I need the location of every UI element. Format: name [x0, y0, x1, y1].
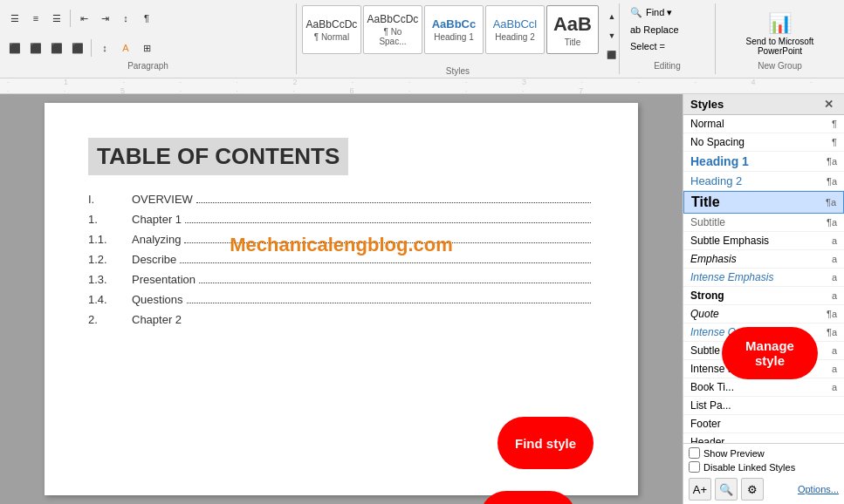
style-icon: a [832, 272, 837, 283]
new-style-arrow [524, 495, 576, 504]
increase-indent-btn[interactable]: ⇥ [95, 9, 114, 28]
style-item-nospacing[interactable]: No Spacing ¶ [683, 133, 844, 152]
document-area[interactable]: TABLE OF CONTENTS Mechanicalengblog.com … [0, 94, 683, 504]
toc-num: I. [88, 193, 132, 206]
styles-label: Styles [302, 66, 614, 78]
style-item-subtitle[interactable]: Subtitle ¶a [683, 214, 844, 232]
find-style-bubble[interactable]: Find style [497, 417, 594, 469]
style-name: Emphasis [690, 253, 828, 265]
normal-preview: AaBbCcDc [306, 18, 358, 31]
style-item-heading1[interactable]: Heading 1 ¶a [683, 152, 844, 172]
toc-item: 2. Chapter 2 [88, 313, 594, 326]
ruler-content: · 1 · · · 2 · · · 3 · · · 4 · · · 5 · · … [7, 78, 844, 94]
style-item-normal[interactable]: Normal ¶ [683, 115, 844, 133]
style-icon: a [832, 382, 837, 392]
toc-item: 1.3. Presentation [88, 273, 594, 286]
replace-label: ab Replace [630, 24, 679, 35]
find-btn[interactable]: 🔍 Find ▾ [625, 5, 677, 20]
style-name: Intense Emphasis [690, 271, 828, 283]
paragraph-label: Paragraph [5, 61, 291, 72]
align-center-btn[interactable]: ⬛ [26, 38, 45, 58]
style-item-intense-emphasis[interactable]: Intense Emphasis a [683, 269, 844, 287]
find-style-label: Find style [515, 436, 576, 451]
toc-item: I. OVERVIEW [88, 193, 594, 206]
show-preview-label: Show Preview [703, 448, 765, 459]
manage-icon: ⚙ [747, 483, 758, 496]
options-link-btn[interactable]: Options... [798, 484, 839, 494]
style-name: Book Ti... [690, 381, 828, 393]
disable-linked-checkbox[interactable]: Disable Linked Styles [689, 461, 839, 473]
replace-btn[interactable]: ab Replace [625, 23, 684, 37]
show-formatting-btn[interactable]: ¶ [137, 9, 156, 28]
styles-expand-btn[interactable]: ⬛ [602, 45, 621, 65]
style-item-list-para[interactable]: List Pa... [683, 397, 844, 415]
style-icon: a [832, 364, 837, 374]
select-btn[interactable]: Select = [625, 39, 670, 53]
toc-num: 1. [88, 213, 132, 226]
style-name: Footer [690, 418, 834, 430]
style-h2-btn[interactable]: AaBbCcl Heading 2 [485, 5, 545, 54]
style-h1-btn[interactable]: AaBbCc Heading 1 [424, 5, 484, 54]
editing-label: Editing [625, 61, 710, 72]
toc-dots [180, 262, 591, 263]
toc-text: Describe [132, 253, 176, 266]
style-icon: ¶a [827, 327, 837, 337]
manage-style-bubble[interactable]: Manage style [722, 327, 818, 379]
toc-text: Chapter 2 [132, 313, 182, 326]
style-name: Strong [690, 289, 828, 302]
align-left-btn[interactable]: ⬛ [5, 38, 24, 58]
style-item-title[interactable]: Title ¶a [683, 191, 844, 214]
show-preview-checkbox[interactable]: Show Preview [689, 447, 839, 459]
toc-dots [184, 242, 591, 243]
manage-styles-btn[interactable]: ⚙ [741, 478, 764, 501]
style-item-footer[interactable]: Footer [683, 415, 844, 433]
disable-linked-label: Disable Linked Styles [703, 462, 795, 473]
justify-btn[interactable]: ⬛ [68, 38, 87, 58]
style-item-quote[interactable]: Quote ¶a [683, 305, 844, 324]
style-item-emphasis[interactable]: Emphasis a [683, 250, 844, 269]
style-icon: a [832, 254, 837, 264]
inspect-style-btn[interactable]: 🔍 [715, 478, 738, 501]
style-title-btn[interactable]: AaB Title [546, 5, 599, 54]
style-name: List Pa... [690, 399, 834, 412]
style-item-subtle-emphasis[interactable]: Subtle Emphasis a [683, 232, 844, 250]
styles-panel-close-btn[interactable]: ✕ [820, 98, 837, 111]
style-item-heading2[interactable]: Heading 2 ¶a [683, 172, 844, 191]
toc-num: 1.2. [88, 253, 132, 266]
find-label: Find ▾ [646, 7, 672, 18]
style-name: Subtle Emphasis [690, 235, 828, 247]
bullets-btn[interactable]: ☰ [5, 9, 24, 28]
style-item-book-title[interactable]: Book Ti... a [683, 378, 844, 397]
borders-btn[interactable]: ⊞ [137, 38, 156, 58]
sort-btn[interactable]: ↕ [116, 9, 135, 28]
manage-style-label: Manage style [745, 338, 794, 368]
styles-section: AaBbCcDc ¶ Normal AaBbCcDc ¶ No Spac... … [297, 3, 620, 74]
decrease-indent-btn[interactable]: ⇤ [74, 9, 93, 28]
style-normal-btn[interactable]: AaBbCcDc ¶ Normal [302, 5, 361, 54]
numbering-btn[interactable]: ≡ [26, 9, 45, 28]
editing-section: 🔍 Find ▾ ab Replace Select = Editing [620, 3, 716, 74]
show-preview-input[interactable] [689, 447, 700, 459]
paragraph-controls: ☰ ≡ ☰ ⇤ ⇥ ↕ ¶ ⬛ ⬛ ⬛ ⬛ ↕ A ⊞ [5, 5, 291, 61]
toc-text: Analyzing [132, 233, 181, 246]
style-name: Normal [690, 118, 828, 130]
styles-list[interactable]: Normal ¶ No Spacing ¶ Heading 1 ¶a Headi… [683, 115, 844, 443]
style-item-header[interactable]: Header [683, 433, 844, 443]
style-nospace-btn[interactable]: AaBbCcDc ¶ No Spac... [363, 5, 422, 54]
styles-up-btn[interactable]: ▲ [602, 7, 621, 26]
powerpoint-icon: 📊 [768, 12, 792, 35]
new-style-btn[interactable]: A+ [689, 478, 711, 501]
line-spacing-btn[interactable]: ↕ [95, 38, 114, 58]
divider [91, 39, 92, 57]
style-item-strong[interactable]: Strong a [683, 287, 844, 305]
newgroup-controls: 📊 Send to Microsoft PowerPoint [721, 5, 839, 61]
newgroup-label: New Group [721, 61, 839, 72]
multilevel-btn[interactable]: ☰ [47, 9, 66, 28]
toc-num: 1.1. [88, 233, 132, 246]
styles-down-btn[interactable]: ▼ [602, 26, 621, 45]
style-name: Title [691, 194, 822, 210]
align-right-btn[interactable]: ⬛ [47, 38, 66, 58]
powerpoint-btn[interactable]: 📊 Send to Microsoft PowerPoint [721, 9, 839, 59]
disable-linked-input[interactable] [689, 461, 700, 473]
shading-btn[interactable]: A [116, 38, 135, 58]
